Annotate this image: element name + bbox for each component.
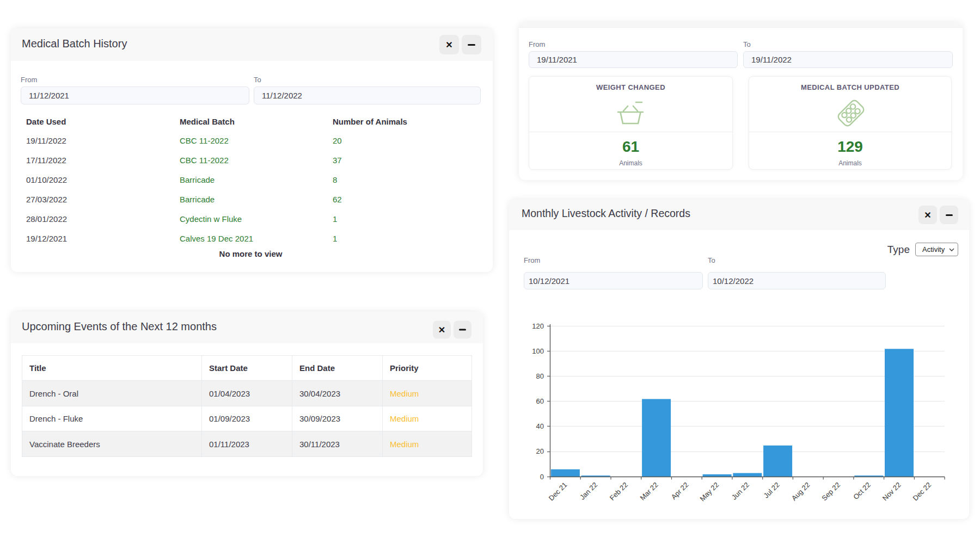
svg-text:120: 120: [532, 322, 544, 330]
svg-text:Apr 22: Apr 22: [670, 481, 690, 502]
svg-text:Dec 22: Dec 22: [911, 481, 933, 503]
svg-text:Nov 22: Nov 22: [881, 481, 903, 503]
svg-text:60: 60: [536, 397, 544, 405]
svg-text:0: 0: [540, 473, 544, 481]
svg-text:Jun 22: Jun 22: [730, 481, 751, 502]
svg-text:100: 100: [532, 347, 544, 355]
svg-text:Feb 22: Feb 22: [608, 481, 629, 502]
svg-text:Aug 22: Aug 22: [790, 481, 812, 503]
svg-text:80: 80: [536, 372, 544, 380]
svg-text:40: 40: [536, 422, 544, 430]
svg-text:Jan 22: Jan 22: [578, 481, 599, 502]
svg-text:Mar 22: Mar 22: [638, 481, 659, 502]
svg-text:Dec 21: Dec 21: [547, 481, 569, 503]
svg-text:Sep 22: Sep 22: [820, 481, 842, 503]
svg-text:Oct 22: Oct 22: [852, 481, 872, 502]
svg-text:Jul 22: Jul 22: [762, 481, 781, 500]
svg-text:May 22: May 22: [698, 481, 720, 503]
svg-text:20: 20: [536, 447, 544, 455]
